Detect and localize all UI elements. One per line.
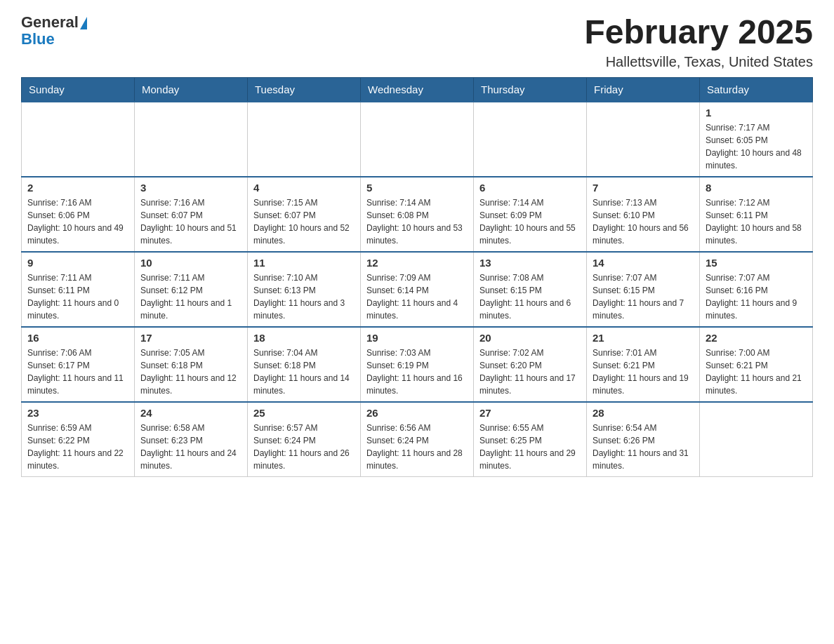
day-number: 20 (479, 332, 581, 344)
days-of-week-row: SundayMondayTuesdayWednesdayThursdayFrid… (22, 77, 813, 102)
day-number: 11 (253, 257, 355, 269)
calendar-cell (22, 102, 135, 177)
title-block: February 2025 Hallettsville, Texas, Unit… (584, 14, 813, 70)
calendar-cell: 26Sunrise: 6:56 AMSunset: 6:24 PMDayligh… (361, 402, 474, 477)
calendar-cell: 18Sunrise: 7:04 AMSunset: 6:18 PMDayligh… (248, 327, 361, 402)
day-info: Sunrise: 7:00 AMSunset: 6:21 PMDaylight:… (706, 347, 807, 397)
calendar-cell (248, 102, 361, 177)
day-number: 9 (27, 257, 128, 269)
day-info: Sunrise: 7:10 AMSunset: 6:13 PMDaylight:… (253, 271, 355, 322)
day-info: Sunrise: 7:14 AMSunset: 6:09 PMDaylight:… (479, 196, 581, 247)
page-header: General Blue February 2025 Hallettsville… (21, 14, 813, 70)
day-info: Sunrise: 6:57 AMSunset: 6:24 PMDaylight:… (253, 422, 355, 472)
calendar-cell: 12Sunrise: 7:09 AMSunset: 6:14 PMDayligh… (361, 252, 474, 327)
calendar-cell: 20Sunrise: 7:02 AMSunset: 6:20 PMDayligh… (474, 327, 587, 402)
day-number: 3 (140, 182, 241, 194)
day-of-week-thursday: Thursday (474, 77, 587, 102)
calendar-cell (700, 402, 813, 477)
calendar-cell: 23Sunrise: 6:59 AMSunset: 6:22 PMDayligh… (22, 402, 135, 477)
day-info: Sunrise: 7:03 AMSunset: 6:19 PMDaylight:… (366, 347, 468, 397)
calendar-cell: 8Sunrise: 7:12 AMSunset: 6:11 PMDaylight… (700, 177, 813, 252)
calendar-table: SundayMondayTuesdayWednesdayThursdayFrid… (21, 77, 813, 477)
logo: General Blue (21, 14, 88, 48)
calendar-cell: 21Sunrise: 7:01 AMSunset: 6:21 PMDayligh… (587, 327, 700, 402)
day-info: Sunrise: 7:07 AMSunset: 6:15 PMDaylight:… (593, 271, 694, 322)
day-info: Sunrise: 6:59 AMSunset: 6:22 PMDaylight:… (27, 422, 128, 472)
day-info: Sunrise: 7:11 AMSunset: 6:12 PMDaylight:… (140, 271, 241, 322)
day-info: Sunrise: 7:11 AMSunset: 6:11 PMDaylight:… (27, 271, 128, 322)
calendar-cell (587, 102, 700, 177)
day-number: 23 (27, 407, 128, 419)
calendar-cell: 17Sunrise: 7:05 AMSunset: 6:18 PMDayligh… (135, 327, 248, 402)
day-of-week-wednesday: Wednesday (361, 77, 474, 102)
day-number: 6 (479, 182, 581, 194)
day-of-week-friday: Friday (587, 77, 700, 102)
calendar-cell: 7Sunrise: 7:13 AMSunset: 6:10 PMDaylight… (587, 177, 700, 252)
day-number: 19 (366, 332, 468, 344)
calendar-cell (474, 102, 587, 177)
day-info: Sunrise: 6:58 AMSunset: 6:23 PMDaylight:… (140, 422, 241, 472)
calendar-cell: 9Sunrise: 7:11 AMSunset: 6:11 PMDaylight… (22, 252, 135, 327)
logo-general-text: General (21, 13, 79, 31)
day-info: Sunrise: 7:14 AMSunset: 6:08 PMDaylight:… (366, 196, 468, 247)
day-number: 18 (253, 332, 355, 344)
day-info: Sunrise: 7:01 AMSunset: 6:21 PMDaylight:… (593, 347, 694, 397)
calendar-cell: 24Sunrise: 6:58 AMSunset: 6:23 PMDayligh… (135, 402, 248, 477)
day-number: 16 (27, 332, 128, 344)
calendar-cell: 15Sunrise: 7:07 AMSunset: 6:16 PMDayligh… (700, 252, 813, 327)
calendar-cell: 14Sunrise: 7:07 AMSunset: 6:15 PMDayligh… (587, 252, 700, 327)
day-number: 12 (366, 257, 468, 269)
day-info: Sunrise: 6:56 AMSunset: 6:24 PMDaylight:… (366, 422, 468, 472)
calendar-cell: 1Sunrise: 7:17 AMSunset: 6:05 PMDaylight… (700, 102, 813, 177)
day-number: 5 (366, 182, 468, 194)
day-number: 17 (140, 332, 241, 344)
logo-blue-text: Blue (21, 30, 55, 48)
day-number: 15 (706, 257, 807, 269)
day-info: Sunrise: 7:17 AMSunset: 6:05 PMDaylight:… (706, 121, 807, 172)
day-number: 27 (479, 407, 581, 419)
calendar-header: SundayMondayTuesdayWednesdayThursdayFrid… (22, 77, 813, 102)
month-title: February 2025 (584, 14, 813, 51)
calendar-body: 1Sunrise: 7:17 AMSunset: 6:05 PMDaylight… (22, 102, 813, 477)
day-number: 2 (27, 182, 128, 194)
calendar-week-2: 2Sunrise: 7:16 AMSunset: 6:06 PMDaylight… (22, 177, 813, 252)
calendar-cell: 11Sunrise: 7:10 AMSunset: 6:13 PMDayligh… (248, 252, 361, 327)
day-of-week-monday: Monday (135, 77, 248, 102)
day-of-week-sunday: Sunday (22, 77, 135, 102)
day-number: 24 (140, 407, 241, 419)
day-number: 26 (366, 407, 468, 419)
calendar-cell: 19Sunrise: 7:03 AMSunset: 6:19 PMDayligh… (361, 327, 474, 402)
calendar-cell: 25Sunrise: 6:57 AMSunset: 6:24 PMDayligh… (248, 402, 361, 477)
location: Hallettsville, Texas, United States (584, 54, 813, 70)
day-info: Sunrise: 7:12 AMSunset: 6:11 PMDaylight:… (706, 196, 807, 247)
day-info: Sunrise: 7:08 AMSunset: 6:15 PMDaylight:… (479, 271, 581, 322)
calendar-cell: 16Sunrise: 7:06 AMSunset: 6:17 PMDayligh… (22, 327, 135, 402)
day-number: 25 (253, 407, 355, 419)
calendar-cell (361, 102, 474, 177)
day-info: Sunrise: 7:13 AMSunset: 6:10 PMDaylight:… (593, 196, 694, 247)
day-info: Sunrise: 7:15 AMSunset: 6:07 PMDaylight:… (253, 196, 355, 247)
day-number: 7 (593, 182, 694, 194)
day-number: 10 (140, 257, 241, 269)
calendar-cell: 4Sunrise: 7:15 AMSunset: 6:07 PMDaylight… (248, 177, 361, 252)
day-info: Sunrise: 7:02 AMSunset: 6:20 PMDaylight:… (479, 347, 581, 397)
day-info: Sunrise: 7:07 AMSunset: 6:16 PMDaylight:… (706, 271, 807, 322)
day-number: 1 (706, 107, 807, 119)
logo-triangle-icon (80, 17, 87, 29)
day-number: 14 (593, 257, 694, 269)
day-info: Sunrise: 6:55 AMSunset: 6:25 PMDaylight:… (479, 422, 581, 472)
day-of-week-saturday: Saturday (700, 77, 813, 102)
calendar-week-5: 23Sunrise: 6:59 AMSunset: 6:22 PMDayligh… (22, 402, 813, 477)
day-number: 21 (593, 332, 694, 344)
calendar-week-3: 9Sunrise: 7:11 AMSunset: 6:11 PMDaylight… (22, 252, 813, 327)
day-number: 22 (706, 332, 807, 344)
day-number: 8 (706, 182, 807, 194)
day-info: Sunrise: 7:16 AMSunset: 6:06 PMDaylight:… (27, 196, 128, 247)
calendar-cell (135, 102, 248, 177)
day-info: Sunrise: 7:06 AMSunset: 6:17 PMDaylight:… (27, 347, 128, 397)
day-info: Sunrise: 6:54 AMSunset: 6:26 PMDaylight:… (593, 422, 694, 472)
calendar-cell: 10Sunrise: 7:11 AMSunset: 6:12 PMDayligh… (135, 252, 248, 327)
day-info: Sunrise: 7:04 AMSunset: 6:18 PMDaylight:… (253, 347, 355, 397)
calendar-week-1: 1Sunrise: 7:17 AMSunset: 6:05 PMDaylight… (22, 102, 813, 177)
day-of-week-tuesday: Tuesday (248, 77, 361, 102)
